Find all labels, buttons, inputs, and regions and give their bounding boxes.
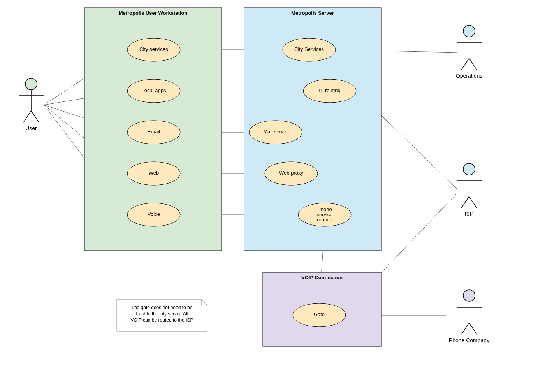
actor-operations: Operations [456, 25, 482, 79]
usecase-ip-routing: IP routing [303, 79, 356, 103]
usecase-email: Email [127, 121, 180, 144]
svg-line-51 [31, 111, 39, 122]
usecase-city-services-srv: City Services [283, 38, 336, 61]
actor-user: User [19, 78, 44, 131]
note-line2: local to the city server. All [136, 311, 188, 317]
svg-text:Web proxy: Web proxy [279, 170, 303, 176]
svg-text:Local apps: Local apps [142, 88, 166, 93]
svg-line-60 [461, 196, 469, 208]
actor-isp-label: ISP [465, 211, 474, 217]
usecase-gate: Gate [293, 303, 346, 327]
svg-line-65 [461, 323, 469, 334]
svg-text:Voice: Voice [148, 211, 160, 217]
svg-line-56 [469, 58, 477, 70]
svg-line-55 [461, 58, 469, 70]
actor-operations-label: Operations [456, 73, 482, 79]
svg-line-66 [469, 323, 477, 334]
svg-line-61 [469, 196, 477, 208]
svg-text:Mail server: Mail server [263, 129, 288, 135]
note-line3: VOIP can be routed to the ISP [130, 317, 193, 323]
actor-user-label: User [25, 125, 37, 131]
svg-text:City services: City services [139, 46, 168, 52]
usecase-mail-server: Mail server [249, 121, 302, 144]
usecase-web: Web [127, 162, 180, 185]
server-title: Metropolis Server [291, 10, 334, 16]
actor-isp: ISP [457, 163, 482, 217]
voip-title: VOIP Connection [301, 275, 343, 280]
svg-text:routing: routing [317, 217, 332, 222]
svg-point-57 [463, 163, 475, 175]
svg-line-50 [23, 111, 31, 122]
svg-text:Web: Web [149, 170, 159, 176]
actor-phone-label: Phone Company [449, 337, 489, 343]
usecase-web-proxy: Web proxy [265, 162, 318, 185]
svg-text:Gate: Gate [314, 312, 325, 317]
svg-point-52 [463, 25, 475, 37]
svg-point-62 [463, 290, 475, 301]
svg-text:Email: Email [148, 129, 160, 135]
actor-phone-company: Phone Company [449, 290, 489, 343]
svg-text:IP routing: IP routing [319, 88, 340, 93]
usecase-local-apps: Local apps [127, 79, 180, 103]
usecase-voice: Voice [127, 203, 180, 226]
usecase-phone-service-routing: Phone service routing [298, 203, 351, 226]
workstation-title: Metropolis User Workstation [119, 10, 188, 16]
usecase-city-services-ws: City services [127, 38, 180, 61]
svg-point-47 [25, 78, 37, 90]
note: The gate does not need to be local to th… [117, 299, 207, 331]
diagram-canvas: Metropolis User Workstation Metropolis S… [0, 0, 559, 392]
svg-text:City Services: City Services [294, 46, 324, 52]
note-line1: The gate does not need to be [132, 305, 193, 310]
